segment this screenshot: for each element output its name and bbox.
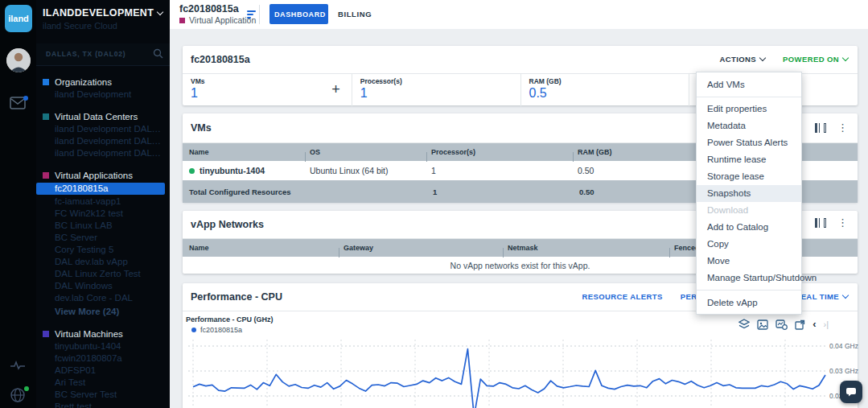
menu-item[interactable]: Runtime lease: [697, 151, 801, 168]
stat-ram: RAM (GB) 0.5: [520, 73, 689, 106]
time-range-dropdown[interactable]: REAL TIME: [795, 292, 848, 301]
chart-report-icon[interactable]: [775, 319, 788, 330]
menu-item[interactable]: Add VMs: [697, 76, 801, 97]
org-name: ILANDDEVELOPMENT: [43, 7, 154, 19]
search-icon[interactable]: [153, 48, 163, 59]
chevron-down-icon: [157, 9, 163, 15]
sidebar-item[interactable]: Brett test: [36, 401, 170, 408]
menu-item[interactable]: Edit properties: [697, 101, 801, 117]
activity-icon[interactable]: [10, 360, 27, 377]
sidebar-item[interactable]: BC Linux LAB: [36, 220, 170, 232]
vm-status-icon: [189, 168, 195, 174]
app-root: iland: [0, 0, 868, 408]
sidebar-item[interactable]: Ari Test: [36, 377, 170, 389]
sidebar-section-header[interactable]: Virtual Data Centers: [36, 110, 170, 123]
sidebar-item[interactable]: fc-iamuat-vapp1: [36, 196, 170, 208]
menu-item[interactable]: Metadata: [697, 117, 801, 134]
chart-title: Performance - CPU (GHz): [186, 315, 274, 324]
sidebar-item[interactable]: iland Development: [36, 89, 170, 101]
sidebar-sections: Organizationsiland DevelopmentVirtual Da…: [36, 76, 170, 408]
dashboard-button[interactable]: DASHBOARD: [269, 4, 328, 24]
user-avatar[interactable]: [6, 48, 31, 72]
sidebar-view-more[interactable]: View More (24): [36, 304, 170, 318]
sidebar-item[interactable]: tinyubuntu-1404: [36, 340, 170, 352]
chevron-down-icon: [842, 55, 849, 61]
menu-item[interactable]: Move: [697, 253, 801, 270]
power-status-dropdown[interactable]: POWERED ON: [783, 55, 848, 64]
chevron-down-icon: [842, 292, 849, 299]
avatar-image: [6, 48, 31, 72]
details-list-icon[interactable]: [247, 10, 257, 19]
chart-toolbar: ‹ ›|: [738, 319, 829, 330]
fullscreen-icon[interactable]: [795, 319, 805, 330]
sidebar-item[interactable]: iland Development DAL BURST AS v...: [36, 123, 170, 135]
sidebar-item[interactable]: DAL dev.lab vApp: [36, 256, 170, 268]
sidebar-item[interactable]: iland Development DAL RES AS vDC: [36, 147, 170, 159]
column-settings-icon[interactable]: [815, 218, 826, 228]
sidebar-item[interactable]: BC Server Test: [36, 389, 170, 401]
y-axis-tick: 0.03 GHz: [829, 367, 858, 375]
sidebar-item[interactable]: fc20180815a: [36, 183, 165, 195]
panel-title: Performance - CPU: [191, 291, 282, 303]
chart-legend: fc20180815a: [191, 326, 274, 334]
kebab-menu-icon[interactable]: ⋮: [837, 218, 848, 228]
location-filter[interactable]: DALLAS, TX (DAL02): [36, 43, 170, 66]
menu-item[interactable]: Manage Startup/Shutdown: [697, 270, 801, 291]
org-switcher[interactable]: ILANDDEVELOPMENT iland Secure Cloud: [36, 0, 170, 31]
sidebar-item[interactable]: DAL Linux Zerto Test: [36, 268, 170, 280]
chart-meta: Performance - CPU (GHz) fc20180815a: [186, 315, 274, 334]
menu-item[interactable]: Delete vApp: [697, 294, 801, 311]
sidebar-item[interactable]: DAL Windows: [36, 280, 170, 292]
page-title: fc20180815a: [179, 3, 239, 14]
menu-item[interactable]: Add to Catalog: [697, 219, 801, 236]
sidebar-item[interactable]: fcwin20180807a: [36, 352, 170, 365]
menu-item[interactable]: Power Status Alerts: [697, 134, 801, 151]
stat-processors: Processor(s) 1: [352, 73, 520, 106]
sidebar-section-header[interactable]: Virtual Machines: [36, 328, 170, 340]
resource-alerts-link[interactable]: RESOURCE ALERTS: [582, 292, 663, 301]
export-image-icon[interactable]: [757, 319, 768, 330]
status-globe-icon[interactable]: [10, 387, 27, 405]
add-vm-button[interactable]: +: [331, 81, 340, 98]
topbar: fc20180815a Virtual Application DASHBOAR…: [170, 0, 868, 29]
chevron-down-icon: [759, 55, 766, 61]
kebab-menu-icon[interactable]: ⋮: [837, 123, 848, 133]
messages-icon[interactable]: [10, 97, 27, 114]
section-bullet-icon: [43, 331, 49, 337]
org-subtitle: iland Secure Cloud: [43, 21, 163, 31]
actions-dropdown[interactable]: ACTIONS: [719, 55, 765, 64]
panel-title: vApp Networks: [191, 219, 264, 230]
sidebar-section-header[interactable]: Organizations: [36, 76, 170, 89]
column-settings-icon[interactable]: [815, 123, 826, 133]
chevron-left-icon[interactable]: ‹: [812, 320, 816, 328]
sidebar-item[interactable]: FC Win2k12 test: [36, 208, 170, 220]
sidebar-item[interactable]: dev.lab Core - DAL: [36, 292, 170, 304]
sidebar-item[interactable]: Cory Testing 5: [36, 244, 170, 256]
billing-link[interactable]: BILLING: [338, 10, 372, 19]
line-chart: [183, 336, 827, 408]
skip-right-icon: ›|: [823, 320, 829, 328]
status-dot: [24, 386, 29, 391]
location-label: DALLAS, TX (DAL02): [46, 50, 125, 58]
page-subtitle: Virtual Application: [179, 15, 256, 25]
sidebar-item[interactable]: BC Server: [36, 232, 170, 244]
cpu-chart: 0.04 GHz 0.03 GHz 0.02 GHz: [183, 336, 858, 408]
sidebar-item[interactable]: iland Development DAL RES BURST ...: [36, 135, 170, 147]
vapp-type-icon: [179, 18, 185, 23]
main-content: fc20180815a ACTIONS POWERED ON VMs 1 + P…: [170, 29, 868, 408]
menu-item[interactable]: Storage lease: [697, 168, 801, 185]
layers-icon[interactable]: [738, 319, 750, 330]
sidebar-section-header[interactable]: Virtual Applications: [36, 169, 170, 182]
menu-item[interactable]: Copy: [697, 236, 801, 253]
notification-dot: [23, 96, 28, 101]
divider: [259, 5, 260, 24]
iland-logo[interactable]: iland: [5, 5, 32, 32]
chat-bubble-icon: [845, 387, 857, 397]
section-bullet-icon: [43, 113, 49, 120]
menu-item[interactable]: Snapshots: [697, 185, 801, 202]
chat-widget-button[interactable]: [840, 381, 862, 403]
sidebar-item[interactable]: ADFSP01: [36, 365, 170, 377]
actions-context-menu: Add VMsEdit propertiesMetadataPower Stat…: [696, 72, 802, 315]
y-axis-tick: 0.04 GHz: [829, 342, 858, 350]
panel-title: fc20180815a: [191, 54, 250, 65]
